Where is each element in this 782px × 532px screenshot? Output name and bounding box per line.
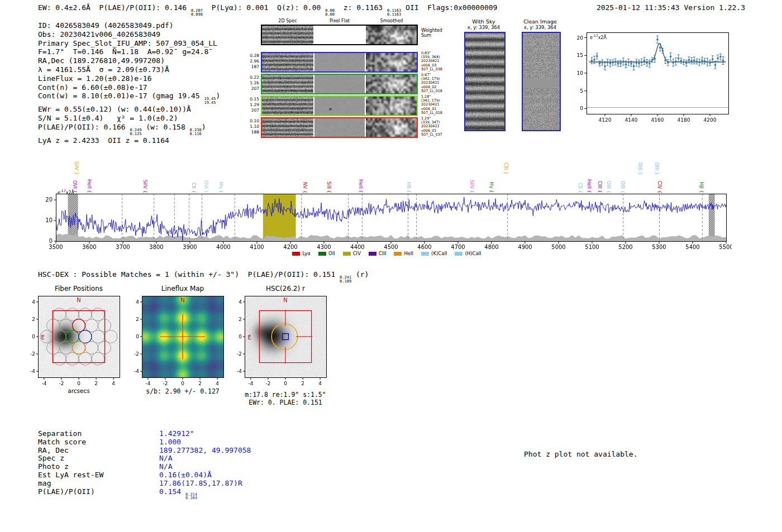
spec2d-row-images <box>261 117 418 138</box>
legend-item: CIII <box>369 251 386 256</box>
legend-label: CIV <box>353 251 361 256</box>
col-header-2dspec: 2D Spec <box>278 18 297 23</box>
spec2d-info-line: Sum <box>421 33 448 38</box>
spec2d-stat: 1.29 <box>244 102 259 108</box>
legend-swatch <box>421 252 429 256</box>
match-row-label: mag <box>38 480 159 488</box>
stacked-uncertainty: 19.4519.45 <box>204 97 216 105</box>
photz-note: Phot z plot not available. <box>524 450 638 458</box>
spec2d-smoothed-image <box>366 26 417 44</box>
spec2d-info-line: Weighted <box>421 28 448 33</box>
spec2d-stat: 0.10 <box>244 118 259 124</box>
spec2d-2dspec-image <box>262 26 313 44</box>
clean-image <box>523 33 560 130</box>
match-row-label: RA, Dec <box>38 447 159 455</box>
legend-label: (K)CaII <box>431 251 447 256</box>
match-row-value: 17.86(17.85,17.87)R <box>159 480 251 488</box>
spec2d-row-right-info: WeightedSum <box>421 28 448 38</box>
clean-image-frame <box>522 32 561 131</box>
lower-uncertainty: 0.1163 <box>387 13 401 17</box>
lower-uncertainty: 0.109 <box>340 280 351 284</box>
match-row-value: 0.16(±0.04)Å <box>159 471 251 480</box>
match-row-value: 189.277382, 49.997058 <box>159 447 251 455</box>
info-line: P(LAE)/P(OII): 0.166 0.2490.125 (w: 0.15… <box>38 123 220 136</box>
hsc-image-cutout <box>228 293 331 387</box>
with-sky-image <box>465 33 504 130</box>
spec2d-smoothed-image <box>366 53 417 71</box>
spec2d-pixelflat-image <box>314 53 365 71</box>
legend-label: (H)CaII <box>465 251 481 256</box>
spec2d-smoothed-image <box>366 118 417 137</box>
legend-item: CIV <box>343 251 361 256</box>
spec2d-row-right-info: 1.28"(342, 179)20230421v006_01507_LL_018 <box>421 95 448 115</box>
full-spectrum-plot <box>42 188 732 250</box>
fiber-xlabel: arcsecs <box>68 387 89 394</box>
hsc-caption-ewr-plae: EWr: 0. PLAE: 0.151 <box>249 399 322 406</box>
match-row-label: Spec z <box>38 454 159 463</box>
info-line: λ = 4161.55Å σ = 2.09(±0.73)Å <box>38 65 220 74</box>
spec2d-stat: 0.22 <box>244 75 259 80</box>
spec2d-info-line: 507_LL_018 <box>421 89 448 93</box>
detection-info-block: ID: 4026583049 (4026583049.pdf)Obs: 2023… <box>38 21 220 145</box>
spec2d-info-line: 507_LL_038 <box>421 68 448 71</box>
emission-line-label: SiIV } <box>74 161 79 175</box>
lower-uncertainty: 0.098 <box>191 13 203 17</box>
spec2d-stat: 188 <box>244 130 259 135</box>
spec2d-2dspec-image <box>262 118 313 137</box>
spec2d-smoothed-image <box>366 75 417 93</box>
emission-line-label: OIII } <box>637 162 643 175</box>
spec2d-stat: 2.96 <box>244 59 259 64</box>
header-summary: EW: 0.4±2.6Å P(LAE)/P(OII): 0.146 0.2070… <box>38 3 497 17</box>
with-sky-xy: x, y: 339, 364 <box>468 25 500 30</box>
legend-label: Lyα <box>302 251 311 256</box>
legend-swatch <box>318 252 326 256</box>
spec2d-row-left-stats: 0.151.29207 <box>244 97 259 113</box>
stacked-uncertainty: 0.2490.125 <box>130 128 141 136</box>
spec2d-row-right-info: 0.67"(342, 179)20230421v006_02507_LL_018 <box>421 73 448 93</box>
hsc-caption-morphology: m:17.8 re:1.9" s:1.5" <box>245 391 326 399</box>
match-row-value: 0.154 0.2140.104 <box>159 488 251 501</box>
spec2d-2dspec-image <box>262 97 313 115</box>
lower-uncertainty: 0.116 <box>190 132 202 136</box>
lower-uncertainty: 0.104 <box>185 496 197 500</box>
info-line: S/N = 5.1(±0.4) χ² = 1.0(±0.2) <box>38 114 220 123</box>
emission-line-label: OIII } <box>654 162 660 175</box>
spec2d-stat: 1.26 <box>244 80 259 86</box>
info-line: LineFlux = 1.20(±0.28)e-16 <box>38 74 220 83</box>
spec2d-info-line: 507_LL_037 <box>421 133 448 137</box>
line-fit-plot <box>570 26 733 127</box>
fiber-positions-title: Fiber Positions <box>55 285 103 293</box>
spec2d-stat: 207 <box>244 86 259 92</box>
info-line: RA,Dec (189.276810,49.997208) <box>38 56 220 65</box>
match-row-value: 1.42912" <box>159 430 251 438</box>
hsc-cutout-title: HSC(26.2) r <box>266 285 305 293</box>
legend-swatch <box>369 252 376 256</box>
legend-item: OII <box>318 251 335 256</box>
info-line: Obs: 20230421v006_4026583049 <box>38 30 220 39</box>
spec2d-pixelflat-image <box>314 26 365 44</box>
spec2d-stat: 187 <box>244 64 259 70</box>
spec2d-stat: 207 <box>244 108 259 113</box>
info-line: Cont(n) = 6.60(±0.08)e-17 <box>38 83 220 92</box>
match-row-label: Photo z <box>38 463 159 471</box>
match-row-value: 1.000 <box>159 438 251 447</box>
spec2d-row-images <box>261 74 418 94</box>
spec2d-2dspec-image <box>262 75 313 93</box>
stacked-uncertainty: 0.2380.116 <box>190 128 202 136</box>
info-line: LyA z = 2.4233 OII z = 0.1164 <box>38 136 220 145</box>
legend-item: (K)CaII <box>421 251 447 256</box>
spectrum-legend: LyαOIICIVCIIIHeII(K)CaII(H)CaII <box>42 251 732 256</box>
emission-line-label: CIII } <box>503 162 509 175</box>
spec2d-row-images <box>261 95 418 116</box>
spec2d-row-left-stats: 0.101.10188 <box>244 118 259 135</box>
stacked-uncertainty: 0.11630.1163 <box>387 9 401 17</box>
spec2d-stat: 0.28 <box>244 53 259 59</box>
stacked-uncertainty: 0.2070.098 <box>191 9 203 17</box>
emission-line-labels: SiIV }OVI {HeII {SiIV {CII {OVI }Hη {NV … <box>42 142 732 194</box>
legend-item: (H)CaII <box>455 251 481 256</box>
info-line: EWr = 0.55(±0.12) (w: 0.44(±0.10))Å <box>38 105 220 114</box>
spec2d-stat: 1.10 <box>244 124 259 130</box>
spec2d-smoothed-image <box>366 97 417 115</box>
spec2d-row-images <box>261 25 418 45</box>
legend-label: HeII <box>404 251 413 256</box>
